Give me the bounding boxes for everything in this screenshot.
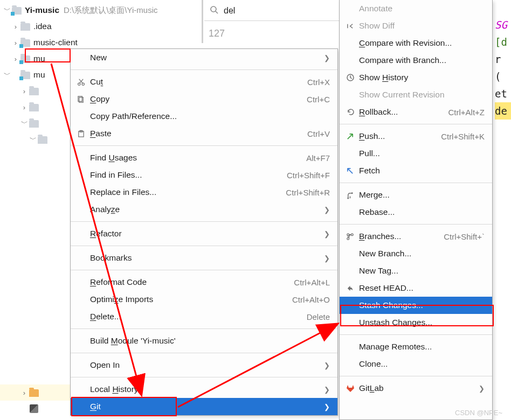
- menu-item-label: Rebase...: [359, 207, 485, 217]
- menu-item-label: Local History: [90, 384, 314, 394]
- menu-item[interactable]: Rebase...: [340, 204, 492, 221]
- chevron-right-icon[interactable]: ›: [11, 22, 20, 31]
- menu-item: Annotate: [340, 0, 492, 17]
- menu-item[interactable]: Bookmarks❯: [71, 249, 337, 267]
- svg-point-0: [211, 6, 216, 12]
- menu-item: Show Diff: [340, 17, 492, 34]
- search-input[interactable]: del: [204, 1, 339, 21]
- chevron-right-icon: ❯: [314, 54, 330, 62]
- menu-item-label: Optimize Imports: [90, 295, 282, 304]
- menu-item[interactable]: Clone...: [340, 355, 492, 373]
- menu-item[interactable]: Rollback...Ctrl+Alt+Z: [340, 103, 492, 121]
- chevron-right-icon: ❯: [314, 403, 330, 411]
- menu-shortcut: Delete: [307, 312, 330, 321]
- menu-item-label: Show History: [359, 73, 485, 82]
- rollback-icon: [346, 108, 359, 116]
- menu-item[interactable]: Build Module 'Yi-music': [71, 332, 337, 349]
- menu-item[interactable]: Merge...: [340, 186, 492, 204]
- menu-item[interactable]: Find UsagesAlt+F7: [71, 149, 337, 166]
- menu-item-label: Rollback...: [359, 107, 438, 117]
- menu-item[interactable]: CutCtrl+X: [71, 73, 337, 90]
- menu-item[interactable]: Pull...: [340, 145, 492, 162]
- menu-shortcut: Ctrl+Alt+Z: [448, 108, 485, 117]
- tree-row[interactable]: › .idea: [0, 18, 202, 34]
- svg-point-13: [347, 233, 349, 235]
- menu-item[interactable]: Optimize ImportsCtrl+Alt+O: [71, 291, 337, 308]
- tree-label: .idea: [33, 22, 52, 31]
- folder-icon: [29, 118, 39, 128]
- menu-item[interactable]: New Branch...: [340, 245, 492, 262]
- menu-item-label: Pull...: [359, 149, 485, 158]
- menu-item[interactable]: Reset HEAD...: [340, 279, 492, 297]
- menu-item[interactable]: Find in Files...Ctrl+Shift+F: [71, 166, 337, 184]
- menu-item[interactable]: Git❯: [71, 398, 337, 415]
- menu-item[interactable]: Fetch: [340, 162, 492, 179]
- menu-shortcut: Ctrl+X: [307, 78, 330, 87]
- menu-item[interactable]: Compare with Revision...: [340, 34, 492, 52]
- chevron-right-icon: ❯: [314, 206, 330, 214]
- paste-icon: [77, 130, 90, 138]
- menu-item: Show Current Revision: [340, 86, 492, 103]
- menu-item[interactable]: Refactor❯: [71, 225, 337, 242]
- chevron-right-icon: ❯: [469, 384, 485, 393]
- fetch-icon: [346, 167, 359, 175]
- menu-item-label: Branches...: [359, 232, 434, 241]
- menu-item-label: Compare with Branch...: [359, 55, 485, 65]
- menu-item[interactable]: New Tag...: [340, 262, 492, 279]
- menu-item-label: Show Diff: [359, 21, 485, 31]
- menu-item-label: New Tag...: [359, 266, 485, 276]
- menu-shortcut: Alt+F7: [306, 153, 330, 163]
- branch-icon: [346, 233, 359, 241]
- menu-item[interactable]: GitLab❯: [340, 380, 492, 397]
- menu-item-label: Copy: [90, 94, 297, 104]
- chevron-right-icon: ❯: [314, 386, 330, 394]
- menu-item[interactable]: Stash Changes...: [340, 297, 492, 314]
- menu-item[interactable]: Copy Path/Reference...: [71, 108, 337, 125]
- menu-item[interactable]: PasteCtrl+V: [71, 125, 337, 142]
- editor-fragment: SG [d r ( et de: [495, 16, 511, 120]
- menu-item[interactable]: Show History: [340, 69, 492, 86]
- root-label: Yi-music: [25, 5, 59, 15]
- menu-item-label: Annotate: [359, 4, 485, 13]
- menu-item-label: Merge...: [359, 190, 485, 200]
- folder-icon: [20, 70, 30, 80]
- menu-item-label: Clone...: [359, 359, 485, 369]
- menu-shortcut: Ctrl+Shift+R: [286, 188, 330, 197]
- menu-item-label: New Branch...: [359, 249, 485, 258]
- menu-item[interactable]: Push...Ctrl+Shift+K: [340, 128, 492, 145]
- menu-shortcut: Ctrl+Shift+K: [441, 132, 485, 141]
- svg-point-11: [347, 197, 349, 199]
- folder-icon: [20, 38, 30, 47]
- menu-item[interactable]: Open In❯: [71, 356, 337, 374]
- menu-item[interactable]: Reformat CodeCtrl+Alt+L: [71, 274, 337, 291]
- svg-point-14: [347, 237, 349, 240]
- menu-item[interactable]: New❯: [71, 49, 337, 66]
- chevron-right-icon[interactable]: ›: [19, 86, 29, 96]
- menu-item-label: Git: [90, 402, 314, 411]
- root-path: D:\系统默认\桌面\Yi-music: [64, 5, 157, 16]
- menu-item[interactable]: Unstash Changes...: [340, 314, 492, 331]
- folder-icon: [29, 388, 39, 397]
- menu-item[interactable]: Delete...Delete: [71, 308, 337, 325]
- svg-line-5: [79, 79, 83, 83]
- menu-item-label: Bookmarks: [90, 253, 314, 263]
- chevron-right-icon[interactable]: ›: [19, 102, 29, 112]
- menu-item-label: Replace in Files...: [90, 187, 276, 197]
- menu-item[interactable]: Branches...Ctrl+Shift+`: [340, 228, 492, 245]
- chevron-down-icon[interactable]: ﹀: [28, 135, 38, 144]
- menu-shortcut: Ctrl+Alt+L: [294, 278, 330, 287]
- chevron-down-icon[interactable]: ﹀: [2, 70, 12, 80]
- tree-root[interactable]: ﹀ Yi-music D:\系统默认\桌面\Yi-music: [0, 2, 202, 18]
- menu-item[interactable]: Compare with Branch...: [340, 52, 492, 69]
- menu-item-label: Find in Files...: [90, 170, 277, 180]
- svg-point-15: [351, 233, 353, 235]
- menu-item[interactable]: Local History❯: [71, 381, 337, 398]
- chevron-right-icon: ❯: [314, 230, 330, 238]
- chevron-right-icon[interactable]: ›: [19, 388, 29, 397]
- menu-item[interactable]: Replace in Files...Ctrl+Shift+R: [71, 184, 337, 201]
- menu-item[interactable]: Analyze❯: [71, 201, 337, 218]
- menu-item[interactable]: Manage Remotes...: [340, 338, 492, 355]
- chevron-down-icon[interactable]: ﹀: [19, 118, 29, 128]
- menu-item[interactable]: CopyCtrl+C: [71, 90, 337, 108]
- svg-point-12: [351, 192, 353, 194]
